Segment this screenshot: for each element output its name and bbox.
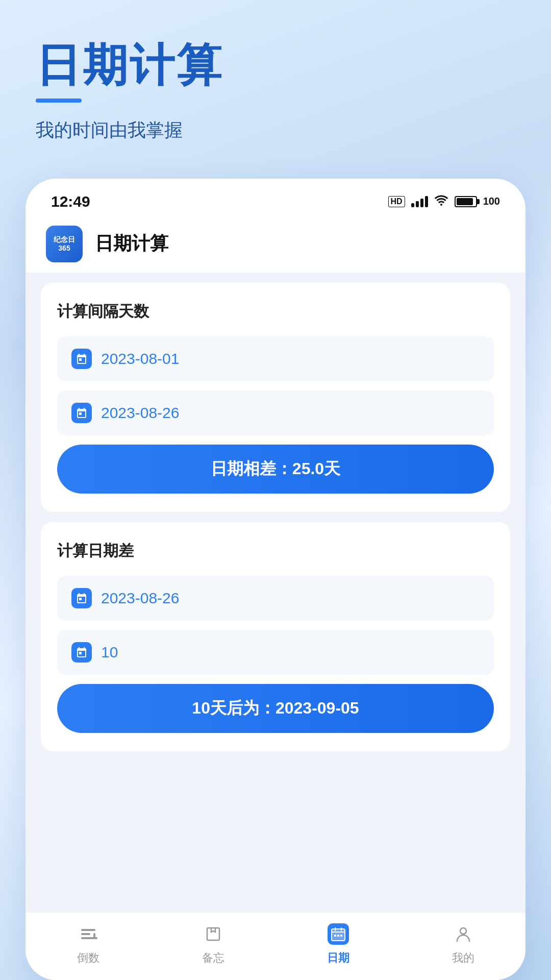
nav-label-memo: 备忘 <box>202 950 224 966</box>
svg-rect-12 <box>340 935 342 937</box>
phone-mockup: 12:49 HD <box>26 179 525 980</box>
page-title: 日期计算 <box>36 41 515 90</box>
subtitle: 我的时间由我掌握 <box>36 118 515 143</box>
nav-label-mine: 我的 <box>452 950 474 966</box>
date1-row[interactable]: 2023-08-01 <box>57 336 494 381</box>
status-time: 12:49 <box>51 193 90 210</box>
card-interval-days: 计算间隔天数 2023-08-01 2023-08-26 日期相差：25.0天 <box>41 283 510 512</box>
date2-value: 2023-08-26 <box>101 404 179 422</box>
days-value: 10 <box>101 644 118 661</box>
hd-badge: HD <box>388 196 405 207</box>
svg-rect-2 <box>81 937 92 939</box>
svg-rect-9 <box>341 927 342 931</box>
svg-rect-7 <box>332 932 345 933</box>
days-row[interactable]: 10 <box>57 630 494 675</box>
svg-rect-11 <box>337 935 339 937</box>
svg-rect-1 <box>81 933 90 935</box>
date2-row[interactable]: 2023-08-26 <box>57 390 494 435</box>
date3-value: 2023-08-26 <box>101 590 179 607</box>
card1-title: 计算间隔天数 <box>57 301 494 322</box>
signal-icon <box>411 196 428 207</box>
calendar-icon-1 <box>71 349 92 369</box>
app-header: 纪念日365 日期计算 <box>26 215 525 273</box>
battery-icon <box>455 196 477 207</box>
nav-active-bg <box>328 923 349 945</box>
result-text-2: 10天后为：2023-09-05 <box>192 697 359 720</box>
battery-fill <box>457 198 473 205</box>
result-button-2[interactable]: 10天后为：2023-09-05 <box>57 684 494 733</box>
date1-value: 2023-08-01 <box>101 350 179 368</box>
svg-rect-4 <box>91 937 97 939</box>
nav-icon-countdown <box>76 922 101 946</box>
status-bar: 12:49 HD <box>26 179 525 215</box>
svg-point-13 <box>460 928 466 934</box>
svg-rect-0 <box>81 929 95 931</box>
title-underline <box>36 99 82 103</box>
result-text-1: 日期相差：25.0天 <box>211 458 340 480</box>
battery-percent: 100 <box>483 195 500 207</box>
nav-item-date[interactable]: 日期 <box>276 922 400 966</box>
svg-rect-10 <box>334 935 336 937</box>
wifi-icon <box>434 194 448 209</box>
svg-rect-8 <box>335 927 336 931</box>
nav-item-memo[interactable]: 备忘 <box>151 922 276 966</box>
date3-row[interactable]: 2023-08-26 <box>57 576 494 621</box>
nav-item-countdown[interactable]: 倒数 <box>26 922 151 966</box>
calendar-icon-4 <box>71 642 92 663</box>
nav-icon-memo <box>201 922 226 946</box>
content-area: 计算间隔天数 2023-08-01 2023-08-26 日期相差：25.0天 <box>26 273 525 912</box>
nav-item-mine[interactable]: 我的 <box>400 922 525 966</box>
nav-icon-mine <box>451 922 475 946</box>
header-section: 日期计算 我的时间由我掌握 <box>0 0 551 163</box>
nav-icon-date <box>326 922 350 946</box>
card-date-diff: 计算日期差 2023-08-26 10 10天后为：2023-09-05 <box>41 522 510 751</box>
nav-label-date: 日期 <box>327 950 349 966</box>
app-icon: 纪念日365 <box>46 226 83 262</box>
result-button-1[interactable]: 日期相差：25.0天 <box>57 445 494 494</box>
page-wrapper: 日期计算 我的时间由我掌握 12:49 HD <box>0 0 551 980</box>
card2-title: 计算日期差 <box>57 541 494 561</box>
bottom-nav: 倒数 备忘 <box>26 912 525 980</box>
calendar-icon-2 <box>71 403 92 423</box>
status-icons: HD 100 <box>388 194 500 209</box>
calendar-icon-3 <box>71 588 92 608</box>
nav-label-countdown: 倒数 <box>77 950 99 966</box>
app-header-title: 日期计算 <box>95 231 168 256</box>
